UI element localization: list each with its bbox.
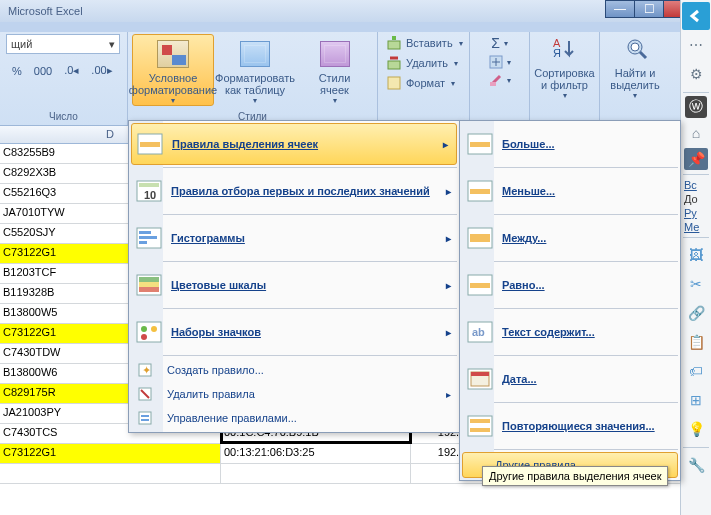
svg-rect-35 [141,419,149,421]
window-minimize[interactable]: — [605,0,635,18]
clear-rules[interactable]: Удалить правила▸ [129,382,459,406]
svg-rect-22 [139,277,159,282]
svg-point-10 [631,43,639,51]
data-bars[interactable]: Гистограммы▸ [129,217,459,259]
svg-rect-19 [139,236,157,239]
sidebar-link-4[interactable]: Ме [684,221,708,233]
sidebar-tool-icon[interactable]: 🔧 [682,451,710,479]
color-scales[interactable]: Цветовые шкалы▸ [129,264,459,306]
comma-button[interactable]: 000 [30,63,56,79]
svg-rect-25 [137,322,161,342]
sidebar-link-3[interactable]: Ру [684,207,708,219]
svg-rect-4 [388,77,400,89]
find-select-button[interactable]: Найти и выделить ▾ [606,34,664,106]
right-sidebar: ⋯ ⚙ ⓦ ⌂ 📌 Вс До Ру Ме 🖼 ✂ 🔗 📋 🏷 ⊞ 💡 🔧 [680,0,711,515]
svg-text:ab: ab [472,326,485,338]
svg-rect-24 [139,287,159,292]
svg-point-26 [141,326,147,332]
svg-rect-41 [470,234,490,242]
date-occurring[interactable]: Дата... [460,358,680,400]
svg-rect-0 [388,41,400,49]
highlight-cells-submenu: Больше... Меньше... Между... Равно... ab… [459,120,681,481]
sort-filter-button[interactable]: АЯ Сортировка и фильтр ▾ [536,34,593,106]
svg-text:10: 10 [144,189,156,201]
highlight-cells-rules[interactable]: Правила выделения ячеек▸ [131,123,457,165]
svg-rect-2 [388,61,400,69]
sidebar-ok-icon[interactable]: ⊞ [682,386,710,414]
svg-rect-15 [139,183,159,187]
duplicate-values[interactable]: Повторяющиеся значения... [460,405,680,447]
sidebar-add-icon[interactable]: 🏷 [682,357,710,385]
number-group-label: Число [6,109,121,125]
cell-styles-button[interactable]: Стили ячеек ▾ [296,34,373,106]
svg-point-28 [141,334,147,340]
svg-rect-34 [141,415,149,417]
increase-decimal[interactable]: .0◂ [60,62,83,79]
svg-rect-51 [470,428,490,432]
sidebar-link-icon[interactable]: 🔗 [682,299,710,327]
svg-rect-13 [140,142,160,147]
ribbon: щий▾ % 000 .0◂ .00▸ Число Условное форма… [0,32,711,126]
styles-group: Условное форматирование ▾ Форматировать … [128,32,378,125]
sidebar-link-2[interactable]: До [684,193,708,205]
format-cells-button[interactable]: Формат▾ [384,74,463,92]
between[interactable]: Между... [460,217,680,259]
less-than[interactable]: Меньше... [460,170,680,212]
find-select-group: Найти и выделить ▾ [600,32,670,125]
sidebar-clip-icon[interactable]: 📋 [682,328,710,356]
svg-rect-1 [392,36,396,40]
insert-cells-button[interactable]: Вставить▾ [384,34,463,52]
sidebar-wp-icon[interactable]: ⓦ [685,96,707,118]
cells-group: Вставить▾ Удалить▾ Формат▾ [378,32,470,125]
svg-rect-43 [470,283,490,288]
svg-rect-50 [470,419,490,423]
app-title: Microsoft Excel [8,5,83,17]
conditional-formatting-menu: Правила выделения ячеек▸ 10 Правила отбо… [128,120,460,433]
svg-rect-23 [139,282,159,287]
delete-cells-button[interactable]: Удалить▾ [384,54,463,72]
svg-text:✦: ✦ [142,364,151,376]
number-group: щий▾ % 000 .0◂ .00▸ Число [0,32,128,125]
number-format-combo[interactable]: щий▾ [6,34,120,54]
sort-filter-group: АЯ Сортировка и фильтр ▾ [530,32,600,125]
tooltip: Другие правила выделения ячеек [482,466,668,486]
svg-rect-39 [470,189,490,194]
autosum-button[interactable]: Σ▾ [476,34,523,52]
new-rule[interactable]: ✦Создать правило... [129,358,459,382]
svg-rect-18 [139,231,151,234]
percent-button[interactable]: % [8,63,26,79]
sidebar-back-icon[interactable] [682,2,710,30]
sidebar-light-icon[interactable]: 💡 [682,415,710,443]
sidebar-home-icon[interactable]: ⌂ [682,119,710,147]
svg-text:Я: Я [553,47,561,59]
clear-button[interactable]: ▾ [476,72,523,88]
decrease-decimal[interactable]: .00▸ [87,62,116,79]
window-maximize[interactable]: ☐ [634,0,664,18]
ribbon-tab-strip: ? [0,22,711,32]
equal-to[interactable]: Равно... [460,264,680,306]
sidebar-photo-icon[interactable]: 🖼 [682,241,710,269]
top-bottom-rules[interactable]: 10 Правила отбора первых и последних зна… [129,170,459,212]
sidebar-gear-icon[interactable]: ⚙ [682,60,710,88]
svg-point-27 [151,326,157,332]
manage-rules[interactable]: Управление правилами... [129,406,459,430]
text-contains[interactable]: abТекст содержит... [460,311,680,353]
fill-button[interactable]: ▾ [476,54,523,70]
sidebar-more-icon[interactable]: ⋯ [682,31,710,59]
sidebar-bookmark-icon[interactable]: ✂ [682,270,710,298]
svg-rect-48 [471,372,489,376]
svg-rect-6 [490,82,496,86]
icon-sets[interactable]: Наборы значков▸ [129,311,459,353]
svg-rect-37 [470,142,490,147]
format-as-table-button[interactable]: Форматировать как таблицу ▾ [214,34,296,106]
svg-rect-33 [139,412,151,424]
svg-rect-20 [139,241,147,244]
svg-line-11 [640,52,646,58]
sidebar-pin-icon[interactable]: 📌 [684,148,708,170]
edit-mini-group: Σ▾ ▾ ▾ [470,32,530,125]
conditional-formatting-button[interactable]: Условное форматирование ▾ [132,34,214,106]
sidebar-link-1[interactable]: Вс [684,179,708,191]
greater-than[interactable]: Больше... [460,123,680,165]
title-bar: Microsoft Excel — ☐ ✕ [0,0,711,22]
